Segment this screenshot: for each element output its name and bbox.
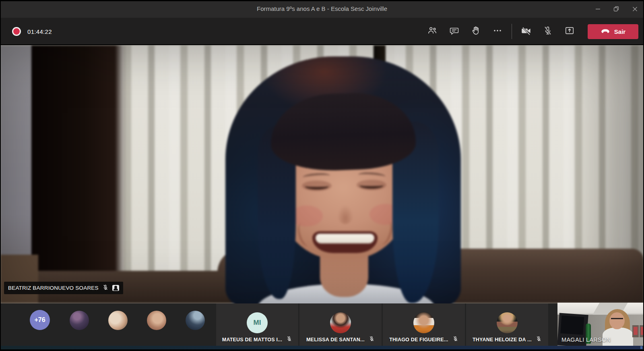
speaker-name-tag: BEATRIZ BARRIONUEVO SOARES — [4, 282, 123, 294]
window-title: Formatura 9ºs anos A e B - Escola Sesc J… — [0, 0, 644, 18]
main-stage-video[interactable] — [0, 45, 644, 303]
muted-mic-icon — [102, 284, 109, 292]
scrollbar-thumb[interactable] — [640, 346, 642, 349]
chat-button[interactable] — [443, 18, 465, 45]
participant-name: THYANE HELOIZE DA ... — [473, 337, 532, 343]
leave-call-button[interactable]: Sair — [588, 24, 638, 39]
participant-tile[interactable]: MELISSA DE SANTAN... — [299, 303, 382, 346]
participant-tile[interactable]: MI MATEUS DE MATTOS I... — [216, 303, 298, 346]
raise-hand-icon — [471, 25, 481, 37]
camera-toggle-button[interactable] — [515, 18, 537, 45]
participant-tile[interactable]: THIAGO DE FIGUEIRE... — [383, 303, 465, 346]
mic-toggle-button[interactable] — [537, 18, 559, 45]
muted-mic-icon — [536, 336, 542, 343]
muted-mic-icon — [286, 336, 292, 343]
teams-meeting-window: Formatura 9ºs anos A e B - Escola Sesc J… — [0, 0, 644, 351]
participant-video-tile[interactable]: MAGALI LARSON — [557, 303, 644, 346]
participant-name: MAGALI LARSON — [561, 336, 611, 343]
more-options-button[interactable] — [487, 18, 508, 45]
filmstrip-scrollbar[interactable] — [0, 346, 644, 349]
share-screen-button[interactable] — [559, 18, 580, 45]
toolbar-divider — [512, 24, 512, 39]
muted-mic-icon — [369, 336, 375, 343]
minimize-button[interactable] — [588, 0, 607, 18]
participants-icon — [427, 25, 438, 37]
restore-button[interactable] — [607, 0, 625, 18]
muted-mic-icon — [452, 336, 458, 343]
participant-filmstrip: +76 MI MATEUS DE MATTOS I... — [0, 303, 644, 346]
overflow-count-badge[interactable]: +76 — [30, 310, 50, 330]
close-button[interactable] — [625, 0, 644, 18]
participant-name: MATEUS DE MATTOS I... — [222, 337, 282, 343]
participants-button[interactable] — [421, 18, 443, 45]
call-timer: 01:44:22 — [27, 28, 52, 35]
hang-up-icon — [601, 28, 610, 35]
share-screen-icon — [564, 25, 575, 37]
participant-avatar[interactable] — [70, 311, 89, 330]
participant-tile[interactable]: THYANE HELOIZE DA ... — [466, 303, 548, 346]
participant-avatar[interactable] — [186, 311, 205, 330]
speaker-name: BEATRIZ BARRIONUEVO SOARES — [8, 285, 99, 291]
pinned-icon — [112, 285, 119, 291]
mic-off-icon — [543, 25, 553, 37]
title-bar: Formatura 9ºs anos A e B - Escola Sesc J… — [0, 0, 644, 18]
window-controls — [588, 0, 644, 18]
photo-avatar — [497, 312, 518, 333]
chat-icon — [449, 26, 459, 37]
raise-hand-button[interactable] — [465, 18, 487, 45]
participant-name: MELISSA DE SANTAN... — [306, 337, 365, 343]
participant-avatar[interactable] — [147, 311, 166, 330]
leave-call-label: Sair — [614, 28, 625, 35]
photo-avatar — [413, 312, 434, 333]
call-toolbar: 01:44:22 — [0, 18, 644, 45]
photo-avatar — [330, 312, 351, 333]
camera-off-icon — [521, 25, 532, 38]
recording-indicator-icon — [12, 27, 21, 36]
participant-avatar[interactable] — [108, 311, 128, 330]
initials-avatar: MI — [247, 312, 268, 333]
participant-name: THIAGO DE FIGUEIRE... — [389, 337, 448, 343]
more-options-icon — [493, 26, 502, 37]
